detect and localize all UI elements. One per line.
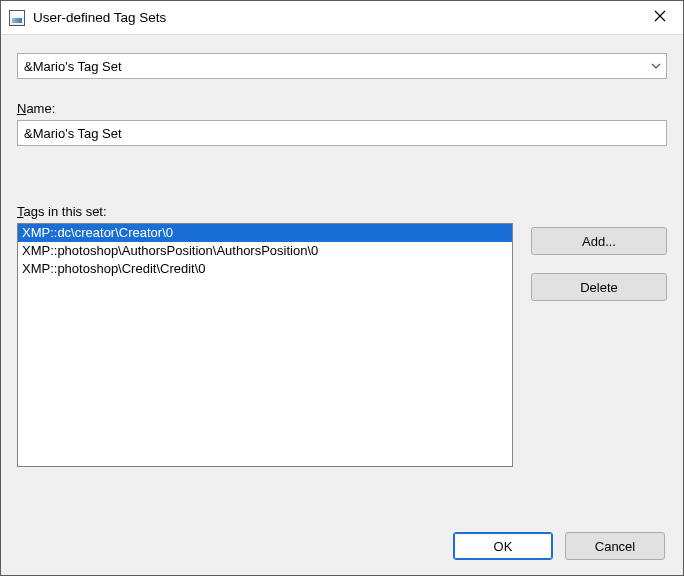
close-button[interactable] <box>637 1 683 34</box>
chevron-down-icon <box>651 63 661 69</box>
close-icon <box>654 10 666 25</box>
delete-button[interactable]: Delete <box>531 273 667 301</box>
list-item[interactable]: XMP::photoshop\Credit\Credit\0 <box>18 260 512 278</box>
list-item[interactable]: XMP::photoshop\AuthorsPosition\AuthorsPo… <box>18 242 512 260</box>
dropdown-value: &Mario's Tag Set <box>24 59 122 74</box>
list-item[interactable]: XMP::dc\creator\Creator\0 <box>18 224 512 242</box>
tag-set-dropdown[interactable]: &Mario's Tag Set <box>17 53 667 79</box>
tags-label: Tags in this set: <box>17 204 667 219</box>
window-title: User-defined Tag Sets <box>33 10 166 25</box>
cancel-button[interactable]: Cancel <box>565 532 665 560</box>
tags-listbox[interactable]: XMP::dc\creator\Creator\0XMP::photoshop\… <box>17 223 513 467</box>
ok-button[interactable]: OK <box>453 532 553 560</box>
dialog-window: User-defined Tag Sets &Mario's Tag Set N… <box>0 0 684 576</box>
dialog-footer: OK Cancel <box>1 517 683 575</box>
app-icon <box>9 10 25 26</box>
add-button[interactable]: Add... <box>531 227 667 255</box>
name-label: Name: <box>17 101 667 116</box>
titlebar: User-defined Tag Sets <box>1 1 683 35</box>
name-input[interactable] <box>17 120 667 146</box>
